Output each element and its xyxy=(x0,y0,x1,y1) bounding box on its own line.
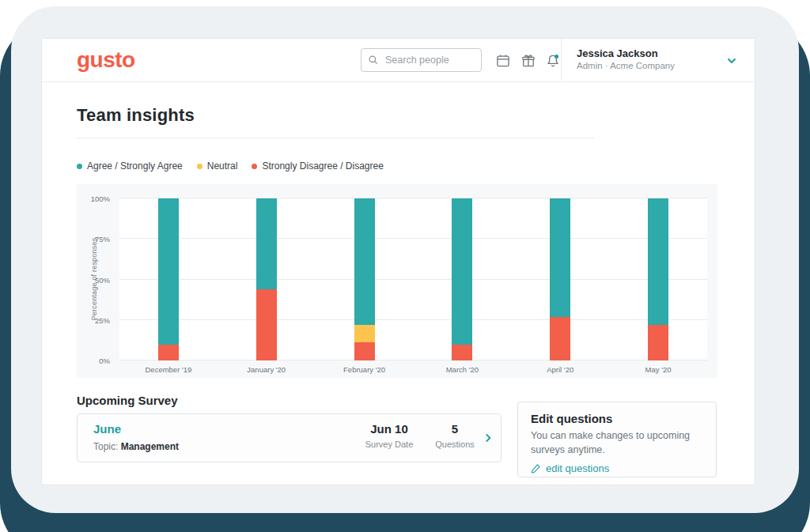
bar-stack xyxy=(158,198,179,360)
chart-bars xyxy=(119,198,707,360)
x-axis-label: January '20 xyxy=(218,365,316,374)
survey-month: June xyxy=(93,422,121,436)
search-input[interactable] xyxy=(384,54,475,66)
bar-segment xyxy=(256,198,277,289)
bar-segment xyxy=(648,325,668,360)
chart-x-labels: December '19January '20February '20March… xyxy=(119,365,707,374)
bar-stack xyxy=(550,198,570,360)
app-window: gusto xyxy=(41,38,755,485)
bar-column xyxy=(119,198,218,360)
gusto-logo: gusto xyxy=(77,47,135,73)
calendar-icon[interactable] xyxy=(495,53,511,69)
upcoming-survey-card[interactable]: June Topic: Management Jun 10 Survey Dat… xyxy=(77,413,502,462)
legend-dot xyxy=(197,164,202,169)
legend-dot xyxy=(77,164,82,169)
survey-results-chart: Percentage of responses 0%25%50%75%100% … xyxy=(77,184,717,378)
user-role: Admin · Acme Company xyxy=(577,60,675,72)
legend-dot xyxy=(252,164,257,169)
edit-questions-link-label: edit questions xyxy=(546,462,609,474)
x-axis-label: May '20 xyxy=(609,365,707,374)
legend-label: Strongly Disagree / Disagree xyxy=(262,160,383,172)
survey-topic-value: Management xyxy=(121,441,179,452)
bar-segment xyxy=(354,342,375,360)
bar-segment xyxy=(354,325,375,343)
title-divider xyxy=(77,138,594,138)
edit-questions-title: Edit questions xyxy=(531,412,703,425)
bar-segment xyxy=(452,198,472,345)
bell-icon[interactable] xyxy=(545,53,561,69)
legend-item: Strongly Disagree / Disagree xyxy=(252,160,383,172)
y-tick-label: 100% xyxy=(91,194,110,203)
bar-stack xyxy=(354,198,375,360)
y-tick-label: 0% xyxy=(99,357,110,365)
edit-questions-link[interactable]: edit questions xyxy=(531,462,703,474)
survey-topic: Topic: Management xyxy=(93,441,179,452)
x-axis-label: April '20 xyxy=(511,365,609,374)
bar-column xyxy=(413,198,511,360)
bar-segment xyxy=(158,345,179,361)
bar-segment xyxy=(550,198,570,317)
search-box[interactable] xyxy=(361,48,482,72)
bar-segment xyxy=(354,198,375,325)
plot-area xyxy=(119,198,707,360)
legend-item: Neutral xyxy=(197,160,238,172)
y-tick-label: 50% xyxy=(95,275,110,284)
bar-segment xyxy=(256,289,277,360)
survey-questions-value: 5 xyxy=(431,421,479,436)
chevron-down-icon[interactable] xyxy=(725,55,738,67)
top-nav-bar: gusto xyxy=(42,39,755,82)
header-divider xyxy=(561,39,562,81)
user-name: Jessica Jackson xyxy=(577,47,675,60)
screenshot-canvas: gusto xyxy=(0,0,810,532)
upcoming-survey-heading: Upcoming Survey xyxy=(77,394,178,407)
legend-label: Agree / Strongly Agree xyxy=(87,160,183,172)
legend-item: Agree / Strongly Agree xyxy=(77,160,183,172)
survey-date-label: Survey Date xyxy=(354,440,425,449)
y-tick-label: 75% xyxy=(95,235,110,243)
x-axis-label: December '19 xyxy=(119,365,218,374)
chart-legend: Agree / Strongly AgreeNeutralStrongly Di… xyxy=(77,160,398,172)
bar-segment xyxy=(648,198,668,325)
x-axis-label: March '20 xyxy=(413,365,511,374)
chevron-right-icon[interactable] xyxy=(483,432,494,443)
edit-questions-description: You can make changes to upcoming surveys… xyxy=(531,429,703,457)
gift-icon[interactable] xyxy=(520,53,536,69)
bar-stack xyxy=(452,198,472,360)
y-tick-label: 25% xyxy=(95,315,110,324)
bar-segment xyxy=(452,345,472,361)
user-menu[interactable]: Jessica Jackson Admin · Acme Company xyxy=(577,47,675,72)
survey-date-block: Jun 10 Survey Date xyxy=(354,421,425,449)
bar-segment xyxy=(550,317,570,360)
page-title: Team insights xyxy=(77,105,195,126)
legend-label: Neutral xyxy=(207,160,238,172)
bar-column xyxy=(609,198,707,360)
bar-column xyxy=(316,198,414,360)
survey-topic-label: Topic: xyxy=(93,441,121,452)
survey-date-value: Jun 10 xyxy=(354,421,425,436)
survey-questions-block: 5 Questions xyxy=(431,421,479,449)
pencil-icon xyxy=(531,463,546,474)
bar-stack xyxy=(648,198,668,360)
bar-column xyxy=(511,198,609,360)
bar-column xyxy=(218,198,316,360)
survey-questions-label: Questions xyxy=(431,440,479,449)
y-axis-ticks: 0%25%50%75%100% xyxy=(77,198,115,360)
bar-stack xyxy=(256,198,277,360)
search-icon xyxy=(368,55,379,66)
x-axis-label: February '20 xyxy=(316,365,414,374)
bar-segment xyxy=(158,198,179,345)
edit-questions-panel: Edit questions You can make changes to u… xyxy=(517,402,717,477)
